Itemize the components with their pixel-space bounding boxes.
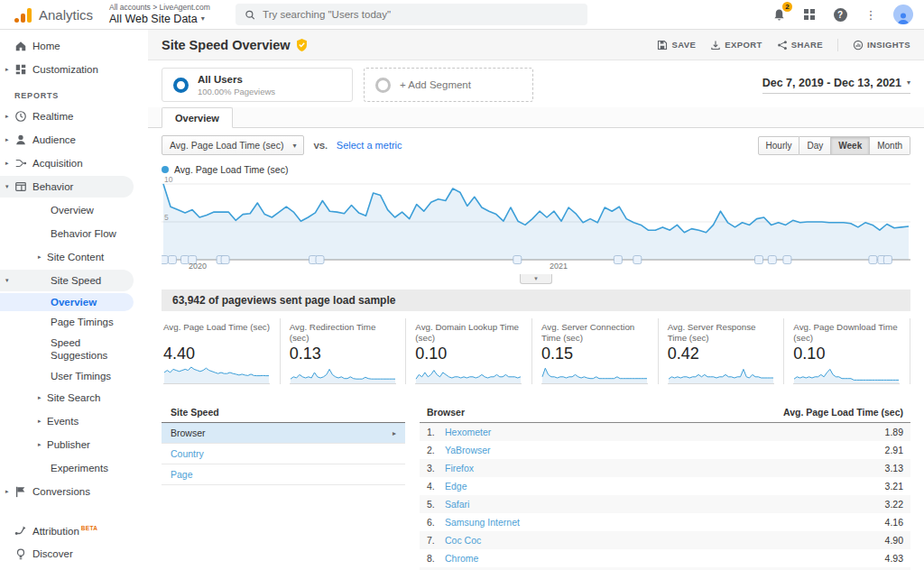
help-icon: ? <box>834 8 847 22</box>
metric-card-1[interactable]: Avg. Redirection Time (sec)0.13 <box>280 318 406 384</box>
analytics-logo-icon[interactable] <box>14 6 32 23</box>
segment-all-users[interactable]: All Users 100.00% Pageviews <box>162 68 353 102</box>
browser-link[interactable]: Chrome <box>445 553 478 564</box>
browser-link[interactable]: Safari <box>445 499 469 510</box>
acquisition-icon <box>14 157 27 170</box>
metric-card-4[interactable]: Avg. Server Response Time (sec)0.42 <box>658 318 784 384</box>
sidebar-item-realtime[interactable]: ▸Realtime <box>0 106 134 127</box>
sidebar-item-behavior[interactable]: ▾Behavior <box>0 176 134 198</box>
notifications-button[interactable]: 2 <box>771 6 787 23</box>
row-value: 3.13 <box>885 463 903 473</box>
sidebar-item-label: Audience <box>32 134 76 145</box>
row-rank: 8. <box>427 553 445 564</box>
save-button[interactable]: SAVE <box>657 40 696 51</box>
segment-empty-radio-icon <box>375 78 391 93</box>
sidebar-item-user-timings[interactable]: User Timings <box>0 367 134 385</box>
sidebar-item-label: Overview <box>51 296 100 308</box>
insights-button[interactable]: INSIGHTS <box>853 40 910 51</box>
sidebar-item-audience[interactable]: ▸Audience <box>0 129 134 151</box>
chevron-right-icon: ▸ <box>38 441 42 448</box>
tab-overview[interactable]: Overview <box>162 107 233 128</box>
chevron-right-icon: ▸ <box>5 136 9 143</box>
interval-month-button[interactable]: Month <box>870 136 910 155</box>
browser-link[interactable]: Hexometer <box>445 427 491 437</box>
browser-link[interactable]: Edge <box>445 481 467 492</box>
add-segment-button[interactable]: + Add Segment <box>364 68 533 102</box>
share-button[interactable]: SHARE <box>777 40 823 51</box>
dimension-row-page[interactable]: Page <box>162 464 405 485</box>
interval-day-button[interactable]: Day <box>799 136 831 155</box>
sidebar-item-experiments[interactable]: Experiments <box>0 457 134 479</box>
browser-link[interactable]: Samsung Internet <box>445 517 520 528</box>
sidebar-item-customization[interactable]: ▸Customization <box>0 59 134 80</box>
metric-sparkline-chart <box>793 364 900 384</box>
dimension-label: Page <box>171 469 193 480</box>
shield-badge-icon <box>296 39 308 51</box>
metric-sparkline-chart <box>163 364 270 384</box>
sidebar-item-acquisition[interactable]: ▸Acquisition <box>0 152 134 174</box>
metric-card-2[interactable]: Avg. Domain Lookup Time (sec)0.10 <box>405 318 531 384</box>
sidebar-item-site-content[interactable]: ▸Site Content <box>0 246 134 268</box>
timeseries-chart[interactable]: 51020202021 ▼ <box>148 175 924 284</box>
chevron-right-icon: ▸ <box>5 160 9 167</box>
sidebar-item-speed-suggestions[interactable]: Speed Suggestions <box>0 334 134 365</box>
person-icon <box>14 133 27 146</box>
metric-select-dropdown[interactable]: Avg. Page Load Time (sec) ▾ <box>162 135 304 155</box>
search-bar[interactable] <box>236 4 587 25</box>
browser-link[interactable]: Coc Coc <box>445 535 481 546</box>
metric-sparkline-chart <box>668 364 774 384</box>
table-row: 3.Firefox3.13 <box>420 459 910 477</box>
sidebar-item-discover[interactable]: Discover <box>0 543 134 565</box>
sidebar-item-home[interactable]: Home <box>0 35 134 57</box>
date-range-picker[interactable]: Dec 7, 2019 - Dec 13, 2021 ▾ <box>762 77 910 94</box>
more-options-button[interactable]: ⋮ <box>863 6 879 23</box>
save-icon <box>657 40 668 51</box>
account-picker[interactable]: All accounts > LiveAgent.com All Web Sit… <box>109 4 210 25</box>
dimension-row-country[interactable]: Country <box>162 444 405 464</box>
chevron-down-icon: ▾ <box>201 14 205 23</box>
help-button[interactable]: ? <box>832 6 848 23</box>
sidebar-item-label: Overview <box>51 205 94 216</box>
sidebar-item-label: Experiments <box>51 463 108 473</box>
metric-sparkline-chart <box>415 364 522 384</box>
sidebar-item-overview[interactable]: Overview <box>0 293 134 311</box>
sidebar-item-attribution[interactable]: AttributionBETA <box>0 519 134 541</box>
search-input[interactable] <box>263 9 578 20</box>
table-row: 7.Coc Coc4.90 <box>420 531 910 549</box>
sidebar-item-admin[interactable]: Admin <box>0 566 134 570</box>
svg-text:10: 10 <box>164 177 173 184</box>
interval-toggle-group: HourlyDayWeekMonth <box>758 136 910 155</box>
interval-hourly-button[interactable]: Hourly <box>758 136 800 155</box>
metric-card-3[interactable]: Avg. Server Connection Time (sec)0.15 <box>531 318 658 384</box>
browser-link[interactable]: Firefox <box>445 463 474 473</box>
sidebar-item-site-speed[interactable]: ▾Site Speed <box>0 270 134 291</box>
browser-link[interactable]: YaBrowser <box>445 445 491 455</box>
sidebar-item-page-timings[interactable]: Page Timings <box>0 313 134 331</box>
metric-card-0[interactable]: Avg. Page Load Time (sec)4.40 <box>162 318 280 384</box>
select-metric-link[interactable]: Select a metric <box>337 140 402 151</box>
sidebar-item-overview[interactable]: Overview <box>0 199 134 221</box>
sidebar-item-publisher[interactable]: ▸Publisher <box>0 434 134 455</box>
metric-column-header: Avg. Page Load Time (sec) <box>783 407 903 418</box>
sidebar-item-site-search[interactable]: ▸Site Search <box>0 387 134 409</box>
metric-card-value: 0.10 <box>793 345 901 363</box>
notification-badge: 2 <box>782 2 792 12</box>
row-value: 4.93 <box>885 553 903 564</box>
dimension-row-browser[interactable]: Browser▸ <box>162 423 405 444</box>
row-rank: 2. <box>427 445 445 455</box>
sidebar-item-behavior-flow[interactable]: Behavior Flow <box>0 223 134 244</box>
sidebar-item-label: User Timings <box>51 370 115 382</box>
account-avatar[interactable] <box>893 5 913 24</box>
segment-name: All Users <box>198 73 275 87</box>
annotations-toggle-button[interactable]: ▼ <box>520 274 552 284</box>
apps-button[interactable] <box>801 6 818 23</box>
sidebar-item-label: Behavior <box>32 181 73 192</box>
row-value: 3.21 <box>885 481 903 492</box>
table-row: 6.Samsung Internet4.16 <box>420 513 910 531</box>
dimension-label: Country <box>171 448 204 459</box>
sidebar-item-conversions[interactable]: ▸Conversions <box>0 481 134 502</box>
interval-week-button[interactable]: Week <box>831 136 870 155</box>
metric-card-5[interactable]: Avg. Page Download Time (sec)0.10 <box>783 318 910 384</box>
sidebar-item-events[interactable]: ▸Events <box>0 410 134 432</box>
export-button[interactable]: EXPORT <box>710 40 762 51</box>
